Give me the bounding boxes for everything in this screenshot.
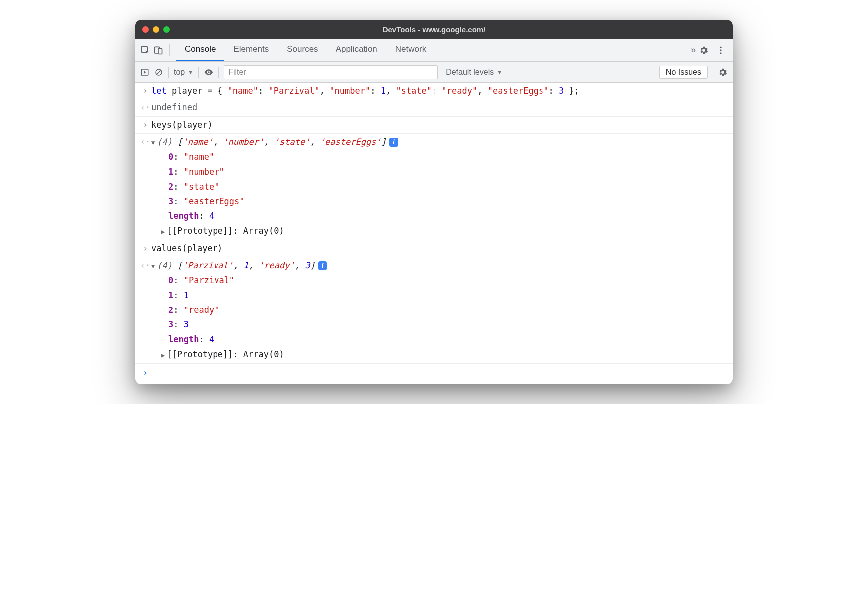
tab-sources[interactable]: Sources bbox=[278, 39, 326, 61]
console-output: ›let player = { "name": "Parzival", "num… bbox=[135, 83, 733, 384]
minimize-window-button[interactable] bbox=[153, 26, 159, 33]
console-settings-icon[interactable] bbox=[718, 67, 728, 77]
sidebar-toggle-icon[interactable] bbox=[140, 68, 149, 77]
maximize-window-button[interactable] bbox=[163, 26, 170, 33]
svg-point-4 bbox=[720, 49, 721, 51]
console-prompt[interactable]: › bbox=[135, 364, 733, 385]
divider bbox=[169, 44, 170, 56]
log-levels-label: Default levels bbox=[446, 68, 494, 77]
expand-arrow-icon[interactable] bbox=[161, 347, 165, 362]
info-icon[interactable]: i bbox=[318, 261, 327, 270]
tab-console[interactable]: Console bbox=[176, 39, 224, 61]
divider bbox=[198, 67, 199, 78]
chevron-down-icon: ▼ bbox=[188, 69, 193, 75]
svg-point-9 bbox=[208, 71, 209, 73]
array-entry[interactable]: 2: "ready" bbox=[151, 303, 730, 318]
expand-arrow-icon[interactable] bbox=[151, 258, 155, 273]
console-result-row: ‹·(4) ['name', 'number', 'state', 'easte… bbox=[135, 134, 733, 240]
traffic-lights bbox=[142, 26, 170, 33]
divider bbox=[218, 67, 219, 78]
inspect-icon[interactable] bbox=[140, 45, 150, 55]
tab-application[interactable]: Application bbox=[327, 39, 386, 61]
log-levels-selector[interactable]: Default levels ▼ bbox=[446, 68, 502, 77]
live-expression-icon[interactable] bbox=[204, 67, 214, 77]
svg-point-5 bbox=[720, 52, 721, 54]
context-label: top bbox=[174, 68, 185, 77]
array-summary[interactable]: (4) ['name', 'number', 'state', 'easterE… bbox=[151, 135, 730, 150]
main-tabbar: ConsoleElementsSourcesApplicationNetwork… bbox=[135, 39, 733, 62]
panel-tabs: ConsoleElementsSourcesApplicationNetwork bbox=[176, 39, 688, 61]
array-entry[interactable]: 3: "easterEggs" bbox=[151, 194, 730, 209]
array-entry[interactable]: 2: "state" bbox=[151, 180, 730, 195]
svg-rect-2 bbox=[158, 48, 162, 54]
tab-network[interactable]: Network bbox=[386, 39, 435, 61]
clear-console-icon[interactable] bbox=[154, 68, 163, 77]
console-input-row: ›let player = { "name": "Parzival", "num… bbox=[135, 83, 733, 100]
array-prototype[interactable]: [[Prototype]]: Array(0) bbox=[151, 347, 730, 362]
array-prototype[interactable]: [[Prototype]]: Array(0) bbox=[151, 224, 730, 239]
array-summary[interactable]: (4) ['Parzival', 1, 'ready', 3]i bbox=[151, 258, 730, 273]
array-entry[interactable]: 0: "Parzival" bbox=[151, 273, 730, 288]
divider bbox=[168, 67, 169, 78]
console-toolbar: top ▼ Default levels ▼ No Issues bbox=[135, 62, 733, 83]
svg-line-8 bbox=[157, 70, 161, 74]
context-selector[interactable]: top ▼ bbox=[174, 68, 193, 77]
info-icon[interactable]: i bbox=[389, 138, 398, 147]
array-entry[interactable]: 1: "number" bbox=[151, 165, 730, 180]
tabbar-right bbox=[699, 45, 728, 55]
array-length: length: 4 bbox=[151, 332, 730, 347]
tab-elements[interactable]: Elements bbox=[224, 39, 278, 61]
array-entry[interactable]: 1: 1 bbox=[151, 288, 730, 303]
chevron-down-icon: ▼ bbox=[497, 69, 502, 75]
array-length: length: 4 bbox=[151, 209, 730, 224]
window-title: DevTools - www.google.com/ bbox=[135, 25, 733, 34]
expand-arrow-icon[interactable] bbox=[161, 224, 165, 239]
titlebar: DevTools - www.google.com/ bbox=[135, 20, 733, 39]
devtools-window: DevTools - www.google.com/ ConsoleElemen… bbox=[135, 20, 733, 384]
kebab-menu-icon[interactable] bbox=[716, 45, 726, 55]
settings-icon[interactable] bbox=[699, 45, 709, 55]
device-toggle-icon[interactable] bbox=[153, 45, 163, 55]
console-result-row: ‹·(4) ['Parzival', 1, 'ready', 3]i0: "Pa… bbox=[135, 257, 733, 363]
array-entry[interactable]: 3: 3 bbox=[151, 317, 730, 332]
more-tabs-icon[interactable]: » bbox=[691, 45, 696, 55]
console-result-row: ‹·undefined bbox=[135, 100, 733, 117]
issues-button[interactable]: No Issues bbox=[659, 66, 708, 79]
filter-input[interactable] bbox=[224, 65, 438, 79]
expand-arrow-icon[interactable] bbox=[151, 135, 155, 150]
svg-point-3 bbox=[720, 46, 721, 48]
console-input-row: ›values(player) bbox=[135, 240, 733, 258]
array-entry[interactable]: 0: "name" bbox=[151, 150, 730, 165]
close-window-button[interactable] bbox=[142, 26, 149, 33]
console-input-row: ›keys(player) bbox=[135, 117, 733, 134]
